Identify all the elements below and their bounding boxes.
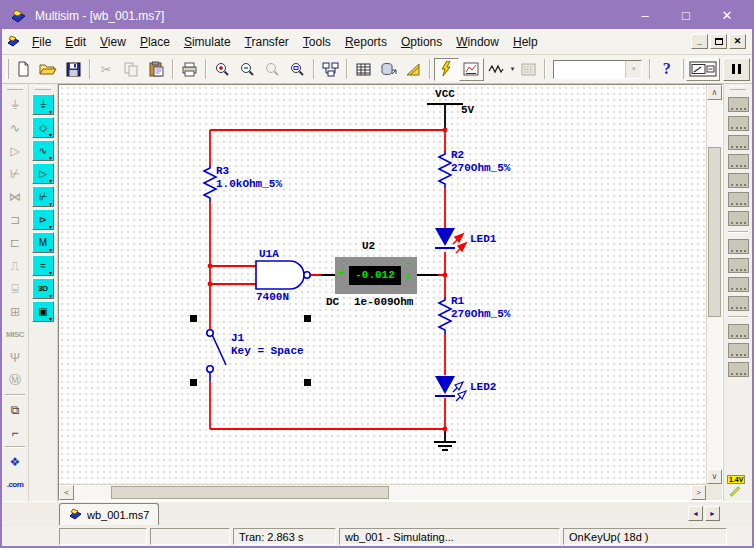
save-button[interactable]	[61, 58, 86, 81]
combobox-dropdown-icon[interactable]: ▾	[625, 61, 641, 78]
vertical-scrollbar[interactable]: ∧ ∨	[706, 85, 722, 484]
instrument-iv-analyzer-button[interactable]	[728, 296, 749, 311]
tab-scroll-right-icon[interactable]: ►	[705, 506, 720, 521]
master-misc-label-button[interactable]: MISC	[2, 323, 28, 346]
led2-ref-label[interactable]: LED2	[470, 381, 496, 393]
master-indicator-button[interactable]: ⌸	[2, 277, 28, 300]
postprocessor-button[interactable]	[516, 58, 541, 81]
toolbar-grip[interactable]	[681, 59, 684, 79]
zoom-out-button[interactable]	[235, 58, 260, 81]
tab-scroll-left-icon[interactable]: ◄	[688, 506, 703, 521]
virtual-misc-digital-button[interactable]: M▾	[32, 232, 54, 253]
maximize-icon[interactable]: □	[669, 2, 703, 29]
master-misc-digital-button[interactable]: ⎍	[2, 254, 28, 277]
r3-ref-label[interactable]: R3	[216, 165, 229, 177]
component-led2[interactable]	[435, 376, 455, 396]
component-r3[interactable]	[204, 165, 216, 202]
virtual-power-source-button[interactable]: ⏚▾	[32, 94, 54, 115]
grapher-button[interactable]	[459, 58, 484, 81]
virtual-signal-source-button[interactable]: ◇▾	[32, 117, 54, 138]
analyses-button[interactable]	[484, 58, 509, 81]
database-button[interactable]	[376, 58, 401, 81]
menu-reports[interactable]: Reports	[338, 32, 394, 52]
open-file-button[interactable]	[36, 58, 61, 81]
menu-view[interactable]: View	[93, 32, 133, 52]
mdi-document-icon[interactable]	[6, 34, 22, 49]
paste-button[interactable]	[144, 58, 169, 81]
virtual-3d-components-button[interactable]: 3D▾	[32, 278, 54, 299]
print-button[interactable]	[177, 58, 202, 81]
instrument-multimeter-button[interactable]	[728, 97, 749, 112]
zoom-in-button[interactable]	[210, 58, 235, 81]
edaparts-com-button[interactable]: .com	[2, 473, 28, 496]
place-bus-button[interactable]: ⌐	[2, 421, 28, 444]
menu-edit[interactable]: Edit	[58, 32, 93, 52]
title-bar[interactable]: Multisim - [wb_001.ms7] – □ ✕	[2, 2, 752, 29]
help-button[interactable]: ?	[654, 58, 679, 81]
virtual-diode-button[interactable]: ▷▾	[32, 163, 54, 184]
r2-ref-label[interactable]: R2	[451, 149, 464, 161]
multimeter-resistance-label[interactable]: 1e-009Ohm	[354, 296, 413, 308]
instrument-logic-analyzer-button[interactable]	[728, 258, 749, 273]
master-electromechanical-button[interactable]: Ⓜ	[2, 369, 28, 392]
virtual-indicator-button[interactable]: ▣▾	[32, 301, 54, 322]
component-r2[interactable]	[439, 151, 451, 188]
mdi-restore-icon[interactable]	[710, 34, 727, 49]
master-analog-button[interactable]: ⋈	[2, 185, 28, 208]
vcc-symbol[interactable]	[427, 104, 463, 130]
scroll-up-icon[interactable]: ∧	[707, 85, 722, 100]
toolbar-grip[interactable]	[730, 86, 746, 90]
virtual-analog-button[interactable]: ⊳▾	[32, 209, 54, 230]
virtual-transistor-button[interactable]: ⊬▾	[32, 186, 54, 207]
new-file-button[interactable]	[11, 58, 36, 81]
place-hierarchical-block-button[interactable]: ⧉	[2, 398, 28, 421]
component-switch-j1[interactable]	[207, 330, 226, 381]
close-icon[interactable]: ✕	[710, 2, 744, 29]
tab-wb-001[interactable]: wb_001.ms7	[59, 503, 159, 525]
create-component-button[interactable]	[401, 58, 426, 81]
component-led1[interactable]	[435, 228, 455, 248]
instrument-wattmeter-button[interactable]	[728, 135, 749, 150]
instrument-frequency-counter-button[interactable]	[728, 211, 749, 226]
r2-value-label[interactable]: 270Ohm_5%	[451, 162, 510, 174]
virtual-basic-button[interactable]: ∿▾	[32, 140, 54, 161]
menu-file[interactable]: File	[25, 32, 58, 52]
master-rf-button[interactable]: Ψ	[2, 346, 28, 369]
instrument-four-channel-scope-button[interactable]	[728, 173, 749, 188]
instrument-word-generator-button[interactable]	[728, 239, 749, 254]
copy-button[interactable]	[119, 58, 144, 81]
multimeter-ref-label[interactable]: U2	[362, 240, 375, 252]
toolbar-grip[interactable]	[7, 86, 23, 90]
menu-place[interactable]: Place	[133, 32, 177, 52]
master-cmos-button[interactable]: ⊏	[2, 231, 28, 254]
analyses-dropdown-icon[interactable]: ▾	[509, 65, 517, 73]
instrument-spectrum-analyzer-button[interactable]	[728, 343, 749, 358]
gate-part-label[interactable]: 7400N	[256, 291, 289, 303]
instrument-network-analyzer-button[interactable]	[728, 362, 749, 377]
master-basic-button[interactable]: ∿	[2, 116, 28, 139]
master-source-button[interactable]: ⏚	[2, 93, 28, 116]
menu-simulate[interactable]: Simulate	[177, 32, 238, 52]
multimeter-mode-label[interactable]: DC	[326, 296, 339, 308]
r1-value-label[interactable]: 270Ohm_5%	[451, 308, 510, 320]
component-r1[interactable]	[439, 297, 451, 334]
menu-tools[interactable]: Tools	[296, 32, 338, 52]
virtual-mixed-button[interactable]: ≈▾	[32, 255, 54, 276]
r1-ref-label[interactable]: R1	[451, 295, 464, 307]
instrument-bode-plotter-button[interactable]	[728, 192, 749, 207]
gate-ref-label[interactable]: U1A	[259, 248, 279, 260]
menu-transfer[interactable]: Transfer	[238, 32, 296, 52]
measurement-probe-button[interactable]: 1.4V	[726, 475, 750, 499]
instrument-function-generator-button[interactable]	[728, 116, 749, 131]
mdi-close-icon[interactable]: ✕	[729, 34, 746, 49]
scroll-down-icon[interactable]: ∨	[707, 469, 722, 484]
simulation-switch-button[interactable]	[686, 58, 720, 81]
master-diode-button[interactable]: ▷	[2, 139, 28, 162]
master-misc-button[interactable]: ⊞	[2, 300, 28, 323]
toolbar-grip[interactable]	[6, 59, 9, 79]
switch-key-label[interactable]: Key = Space	[231, 345, 304, 357]
instrument-oscilloscope-button[interactable]	[728, 154, 749, 169]
r3-value-label[interactable]: 1.0kOhm_5%	[216, 178, 282, 190]
zoom-full-button[interactable]	[285, 58, 310, 81]
multisim-logo-icon[interactable]: ❖	[2, 450, 28, 473]
